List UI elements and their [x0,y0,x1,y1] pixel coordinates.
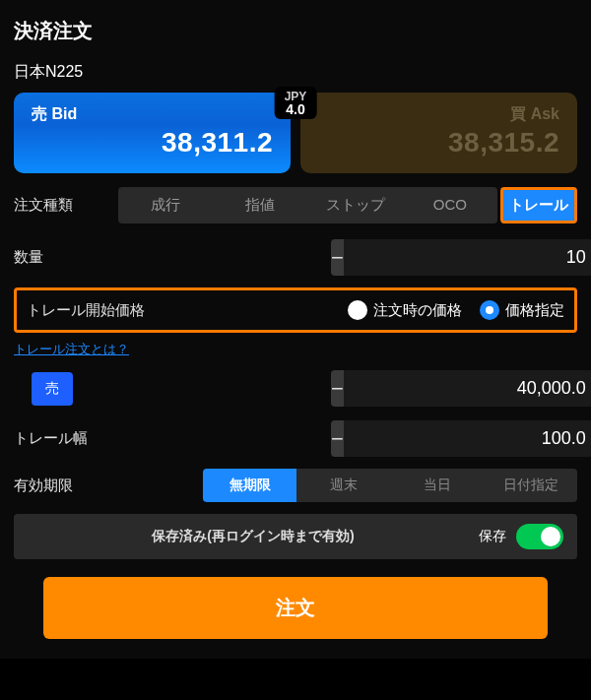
trail-price-minus-button[interactable]: − [331,370,344,407]
trail-width-label: トレール幅 [14,429,118,448]
sell-badge[interactable]: 売 [32,372,73,406]
spread-box: JPY 4.0 [275,87,317,119]
expiry-today[interactable]: 当日 [390,469,484,502]
save-toggle[interactable] [516,524,563,549]
spread-value: 4.0 [285,102,307,117]
qty-label: 数量 [14,248,118,267]
trail-start-radio-group: 注文時の価格 価格指定 [348,300,564,320]
expiry-label: 有効期限 [14,477,118,495]
trail-price-input[interactable] [344,370,591,407]
page-title: 決済注文 [14,10,577,62]
radio-label: 価格指定 [505,301,564,320]
order-type-trail-highlight: トレール [500,187,577,223]
ask-price: 38,315.2 [318,127,559,159]
order-type-limit[interactable]: 指値 [213,187,307,223]
expiry-unlimited[interactable]: 無期限 [203,469,296,502]
radio-price-specify[interactable]: 価格指定 [480,300,564,320]
qty-minus-button[interactable]: − [331,239,344,276]
expiry-date[interactable]: 日付指定 [484,469,577,502]
symbol-name: 日本N225 [14,62,577,83]
expiry-weekend[interactable]: 週末 [296,469,390,502]
trail-start-box: トレール開始価格 注文時の価格 価格指定 [14,287,577,333]
trail-price-stepper: − + [331,370,577,407]
order-type-trail[interactable]: トレール [503,190,574,221]
radio-label: 注文時の価格 [373,301,462,320]
save-row: 保存済み(再ログイン時まで有効) 保存 [14,514,577,559]
order-type-market[interactable]: 成行 [118,187,213,223]
trail-start-label: トレール開始価格 [27,301,145,320]
qty-stepper: − + [331,239,577,276]
trail-width-stepper: − + [331,420,577,457]
order-type-segment: 成行 指値 ストップ OCO [118,187,497,223]
trail-width-input[interactable] [344,420,591,457]
trail-width-minus-button[interactable]: − [331,420,344,457]
expiry-segment: 無期限 週末 当日 日付指定 [203,469,577,502]
ask-label: 買 Ask [318,104,559,125]
trail-help-link[interactable]: トレール注文とは？ [14,341,129,358]
saved-text: 保存済み(再ログイン時まで有効) [28,528,479,545]
quote-row: 売 Bid 38,311.2 JPY 4.0 買 Ask 38,315.2 [14,93,577,173]
bid-label: 売 Bid [32,104,273,125]
save-label: 保存 [479,528,506,545]
qty-input[interactable] [344,239,591,276]
radio-dot-icon [348,300,367,320]
radio-order-time-price[interactable]: 注文時の価格 [348,300,462,320]
ask-card[interactable]: 買 Ask 38,315.2 [300,93,577,173]
bid-card[interactable]: 売 Bid 38,311.2 [14,93,291,173]
order-type-label: 注文種類 [14,196,118,215]
order-type-oco[interactable]: OCO [403,187,497,223]
order-type-stop[interactable]: ストップ [308,187,403,223]
radio-dot-selected-icon [480,300,499,320]
submit-button[interactable]: 注文 [43,577,548,639]
bid-price: 38,311.2 [32,127,273,159]
